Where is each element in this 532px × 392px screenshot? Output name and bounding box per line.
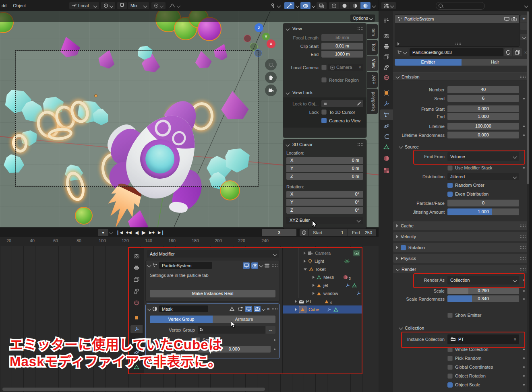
pivot-point-dropdown[interactable] [101, 2, 115, 9]
snap-toggle[interactable] [117, 2, 127, 9]
xray-toggle[interactable] [317, 2, 327, 9]
scene-green-sphere-small[interactable] [75, 207, 93, 225]
panel-grip[interactable] [357, 27, 363, 30]
cursor-loc-x-field[interactable]: X0 m [286, 157, 363, 164]
scale-randomness-slider[interactable]: 0.340 [447, 295, 519, 302]
properties-scrollbar[interactable] [527, 11, 529, 392]
cursor-loc-y-field[interactable]: Y0 m [286, 165, 363, 172]
clear-collection-icon[interactable]: × [514, 336, 516, 343]
slot-add-button[interactable]: + [520, 15, 528, 23]
type-hair-tab[interactable]: Hair [462, 59, 528, 66]
camera-to-view-checkbox[interactable] [321, 118, 327, 123]
clip-end-field[interactable]: 1000 m [321, 51, 363, 58]
tab-world[interactable] [130, 299, 143, 307]
particle-settings-name-field[interactable]: ParticleSettings.003 [410, 48, 503, 56]
proportional-editing-toggle[interactable] [151, 2, 166, 9]
tab-render[interactable] [130, 252, 143, 260]
modifier-name-field[interactable]: Mask [159, 305, 208, 312]
particle-slot-row[interactable]: ParticleSystem [395, 15, 519, 23]
lock-to-cursor-checkbox[interactable] [321, 109, 327, 115]
sun-data-icon[interactable] [344, 259, 350, 264]
proportional-falloff-dropdown[interactable] [167, 2, 182, 9]
keying-dropdown[interactable] [109, 231, 113, 235]
tab-tool[interactable] [380, 15, 393, 26]
tab-scene[interactable] [380, 62, 393, 72]
tab-modifiers[interactable] [130, 325, 143, 333]
camera-icon[interactable] [511, 17, 517, 21]
menu-add[interactable]: dd [0, 3, 10, 8]
cache-panel-header[interactable]: Cache [393, 221, 529, 230]
edit-mode-icon[interactable] [228, 306, 235, 312]
tab-render[interactable] [380, 31, 393, 41]
render-as-dropdown[interactable]: Collection [447, 276, 519, 285]
modifier-name-field[interactable]: ParticleSystem [159, 262, 212, 269]
render-region-checkbox[interactable] [321, 77, 327, 83]
outliner-row-roket[interactable]: roket [283, 265, 362, 273]
tab-constraints[interactable] [380, 131, 393, 142]
frame-start-field[interactable]: 0.000 [447, 105, 519, 112]
tab-viewlayer[interactable] [130, 275, 143, 283]
even-distribution-checkbox[interactable] [447, 192, 453, 197]
show-emitter-checkbox[interactable] [447, 313, 453, 318]
tab-material[interactable] [380, 153, 393, 163]
local-camera-checkbox[interactable] [321, 65, 327, 70]
pan-hand-button[interactable] [265, 72, 277, 83]
close-icon[interactable]: × [267, 306, 270, 312]
outliner-row-camera[interactable]: Camera [283, 249, 362, 257]
mask-mode-vertex-group-tab[interactable]: Vertex Group [150, 316, 213, 323]
local-camera-field[interactable]: Camera × [328, 64, 363, 71]
tab-object[interactable] [130, 314, 143, 322]
sidebar-tab-tool[interactable]: Tool [367, 40, 378, 54]
show-viewport-icon[interactable] [243, 262, 250, 269]
gizmo-y-axis[interactable]: Y [262, 33, 270, 40]
distribution-dropdown[interactable]: Jittered [447, 173, 519, 180]
add-modifier-dropdown[interactable]: Add Modifier [147, 250, 279, 258]
tab-particles[interactable] [380, 109, 393, 120]
list-expand-icon[interactable] [397, 42, 400, 45]
show-viewport-icon[interactable] [245, 306, 252, 312]
timeline-scrollbar[interactable] [2, 388, 265, 391]
zoom-button[interactable] [265, 59, 277, 70]
sidebar-tab-item[interactable]: Item [367, 24, 378, 39]
outliner-row-cube[interactable]: Cube [283, 305, 362, 314]
gizmo-x-axis[interactable]: X [267, 39, 275, 48]
clip-start-field[interactable]: 0.01 m [321, 43, 363, 50]
options-button[interactable]: Options [350, 14, 375, 22]
tab-output[interactable] [380, 41, 393, 52]
particle-settings-browse-button[interactable] [395, 48, 409, 56]
outliner-row-window[interactable]: window [283, 289, 362, 297]
emit-from-dropdown[interactable]: Volume [447, 152, 519, 161]
auto-keying-button[interactable]: ● [98, 229, 108, 236]
tab-texture[interactable] [380, 165, 393, 175]
play-button[interactable]: ▶ [141, 229, 147, 235]
menu-object[interactable]: Object [10, 3, 29, 8]
tab-viewlayer[interactable] [380, 52, 393, 62]
shading-rendered-button[interactable] [360, 2, 371, 9]
modifier-extras-icon[interactable] [259, 264, 263, 268]
rotation-mode-dropdown[interactable]: XYZ Euler [286, 217, 363, 224]
expand-icon[interactable] [147, 264, 151, 268]
cursor-loc-z-field[interactable]: Z0 m [286, 173, 363, 180]
tab-physics[interactable] [380, 121, 393, 131]
monitor-icon[interactable] [504, 17, 509, 21]
prev-keyframe-button[interactable]: ◆◀ [125, 230, 133, 235]
camera-view-button[interactable] [265, 85, 277, 96]
expand-icon[interactable] [147, 307, 151, 311]
rotation-panel-header[interactable]: Rotation [393, 243, 529, 252]
snap-mode-dropdown[interactable]: Mix [128, 2, 149, 9]
gizmo-z-axis[interactable]: Z [255, 23, 263, 32]
tab-modifiers[interactable] [380, 98, 393, 109]
panel-grip[interactable] [357, 143, 363, 146]
gizmos-toggle[interactable] [284, 2, 294, 9]
outliner-row-mesh[interactable]: Mesh 3 [283, 273, 362, 281]
rotation-enable-checkbox[interactable] [401, 245, 406, 250]
use-modifier-stack-checkbox[interactable] [447, 165, 453, 171]
shading-material-button[interactable] [350, 2, 360, 9]
shading-solid-button[interactable] [339, 2, 350, 9]
on-cage-icon[interactable] [237, 306, 244, 312]
physics-panel-header[interactable]: Physics [393, 254, 529, 263]
outliner-row-jet[interactable]: jet [283, 281, 362, 289]
velocity-panel-header[interactable]: Velocity [393, 232, 529, 241]
seed-field[interactable]: 6 [447, 95, 519, 102]
properties-filter-dropdown[interactable] [524, 4, 528, 8]
